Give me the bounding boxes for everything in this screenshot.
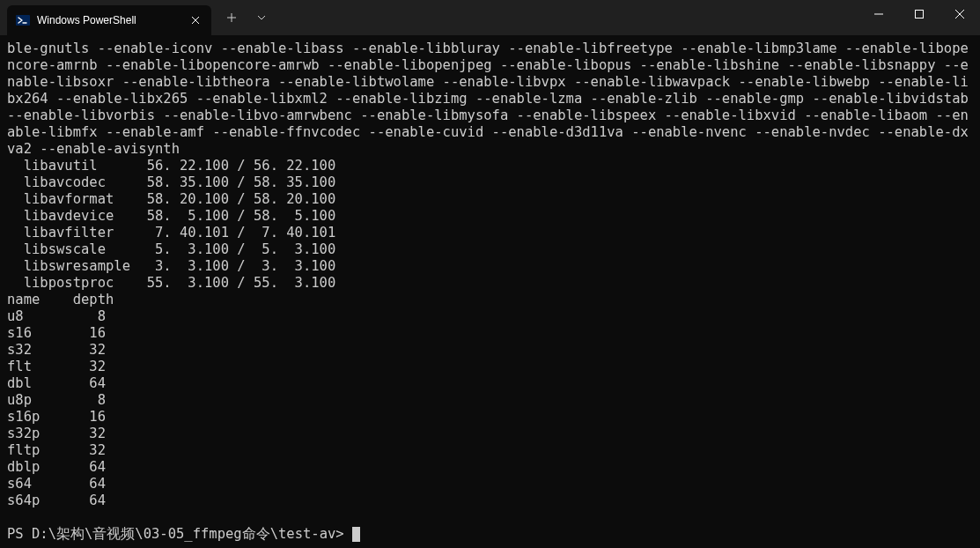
tab-close-button[interactable] xyxy=(188,13,203,27)
tab-title: Windows PowerShell xyxy=(37,14,188,26)
titlebar: Windows PowerShell xyxy=(0,0,980,35)
new-tab-button[interactable] xyxy=(217,3,247,33)
format-line: s32 32 xyxy=(7,342,106,358)
svg-rect-0 xyxy=(16,15,30,26)
tab-dropdown-button[interactable] xyxy=(247,3,276,33)
minimize-button[interactable] xyxy=(858,0,899,28)
format-line: s16p 16 xyxy=(7,409,106,425)
format-line: flt 32 xyxy=(7,359,106,374)
format-line: s64 64 xyxy=(7,476,106,492)
lib-line: libavcodec 58. 35.100 / 58. 35.100 xyxy=(7,174,335,190)
lib-line: libswresample 3. 3.100 / 3. 3.100 xyxy=(7,258,335,274)
format-line: s32p 32 xyxy=(7,426,106,441)
format-line: u8 8 xyxy=(7,308,106,324)
format-line: dbl 64 xyxy=(7,375,106,391)
cursor xyxy=(352,527,360,542)
config-line: ble-gnutls --enable-iconv --enable-libas… xyxy=(7,41,976,157)
tab-powershell[interactable]: Windows PowerShell xyxy=(7,5,211,35)
tab-controls xyxy=(217,0,276,35)
format-line: u8p 8 xyxy=(7,392,106,408)
format-line: s16 16 xyxy=(7,325,106,341)
terminal-output[interactable]: ble-gnutls --enable-iconv --enable-libas… xyxy=(0,35,980,548)
prompt: PS D:\架构\音视频\03-05_ffmpeg命令\test-av> xyxy=(7,526,352,542)
lib-line: libavformat 58. 20.100 / 58. 20.100 xyxy=(7,191,335,207)
table-header: name depth xyxy=(7,292,114,307)
lib-line: libpostproc 55. 3.100 / 55. 3.100 xyxy=(7,275,335,291)
lib-line: libavdevice 58. 5.100 / 58. 5.100 xyxy=(7,208,335,224)
maximize-button[interactable] xyxy=(899,0,939,28)
powershell-icon xyxy=(16,13,30,27)
tab-area: Windows PowerShell xyxy=(0,0,276,35)
window-controls xyxy=(858,0,980,35)
format-line: s64p 64 xyxy=(7,492,106,508)
lib-line: libswscale 5. 3.100 / 5. 3.100 xyxy=(7,241,335,257)
format-line: fltp 32 xyxy=(7,442,106,458)
svg-rect-3 xyxy=(916,11,924,19)
format-line: dblp 64 xyxy=(7,459,106,475)
lib-line: libavutil 56. 22.100 / 56. 22.100 xyxy=(7,158,335,174)
close-button[interactable] xyxy=(939,0,980,28)
lib-line: libavfilter 7. 40.101 / 7. 40.101 xyxy=(7,225,335,241)
